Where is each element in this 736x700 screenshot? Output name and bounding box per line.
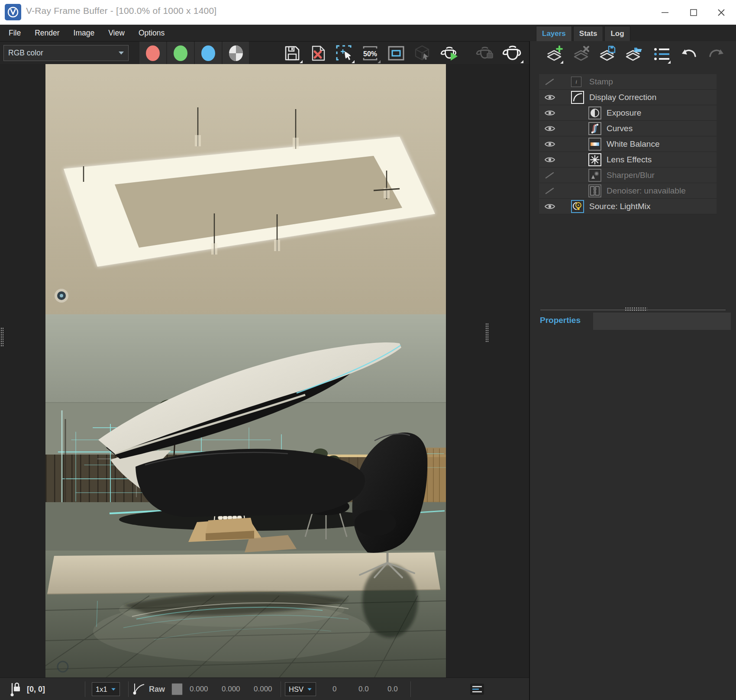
divider <box>281 681 281 697</box>
display-levels-icon[interactable] <box>470 678 484 700</box>
lens-effects-icon <box>588 153 601 166</box>
undo-button[interactable] <box>679 44 700 65</box>
layer-list-icon <box>653 46 670 62</box>
save-layers-button[interactable] <box>597 44 617 65</box>
red-circle-icon <box>145 45 161 62</box>
raw-color-swatch <box>171 678 183 700</box>
green-channel-button[interactable] <box>167 42 194 65</box>
redo-button[interactable] <box>706 44 726 65</box>
green-circle-icon <box>173 45 188 62</box>
blue-channel-button[interactable] <box>194 42 222 65</box>
statusbar: [0, 0] 1x1 Raw 0.000 0.000 0.000 HSV 0 0… <box>0 677 529 700</box>
render-scene <box>45 64 446 677</box>
delete-layer-button[interactable] <box>571 44 591 65</box>
add-layer-icon <box>545 45 563 63</box>
chevron-down-icon <box>119 52 124 55</box>
delete-layer-icon <box>572 45 590 63</box>
stop-teapot-icon <box>503 44 523 63</box>
layer-row-white-balance[interactable]: White Balance <box>539 136 717 152</box>
visibility-on-icon[interactable] <box>542 107 557 119</box>
pixel-ratio-dropdown[interactable]: 1x1 <box>92 678 120 700</box>
load-layers-icon <box>624 45 642 63</box>
render-image[interactable] <box>45 64 446 677</box>
properties-bar <box>593 313 731 330</box>
interactive-render-button[interactable] <box>474 42 497 64</box>
main-toolbar: RGB color <box>0 41 529 64</box>
clear-image-button[interactable] <box>307 42 330 64</box>
layer-row-display-correction[interactable]: Display Correction <box>539 90 717 105</box>
save-icon <box>284 45 300 61</box>
white-balance-icon <box>588 138 601 151</box>
color-mode-dropdown[interactable]: HSV <box>285 678 316 700</box>
redo-icon <box>707 47 725 61</box>
alpha-checker-icon <box>228 45 244 62</box>
divider <box>410 681 411 697</box>
layer-row-exposure[interactable]: Exposure <box>539 105 717 121</box>
panel-splitter-handle[interactable] <box>625 307 647 311</box>
minimize-button[interactable] <box>653 0 677 25</box>
right-splitter-handle[interactable] <box>485 323 488 343</box>
load-layers-button[interactable] <box>623 44 643 65</box>
vfb-window: V-Ray Frame Buffer - [100.0% of 1000 x 1… <box>0 0 736 700</box>
region-render-icon <box>336 45 353 62</box>
stop-render-button[interactable] <box>501 42 525 64</box>
region-render-button[interactable] <box>332 42 356 64</box>
red-channel-button[interactable] <box>139 42 166 65</box>
divider <box>85 681 85 697</box>
visibility-off-icon[interactable] <box>542 185 557 197</box>
show-region-icon <box>387 45 405 62</box>
render-teapot-icon <box>440 45 459 62</box>
render-last-button[interactable] <box>438 42 462 64</box>
menu-file[interactable]: File <box>9 26 27 40</box>
channel-dropdown-value: RGB color <box>8 48 119 58</box>
channel-dropdown[interactable]: RGB color <box>3 45 129 61</box>
menu-options[interactable]: Options <box>139 26 171 40</box>
layer-row-denoiser[interactable]: Denoiser: unavailable <box>539 183 717 199</box>
tab-stats[interactable]: Stats <box>573 26 604 41</box>
render-viewport <box>0 64 529 677</box>
visibility-off-icon[interactable] <box>542 170 557 181</box>
titlebar: V-Ray Frame Buffer - [100.0% of 1000 x 1… <box>0 0 736 25</box>
layer-row-lens-effects[interactable]: Lens Effects <box>539 152 717 168</box>
visibility-on-icon[interactable] <box>542 154 557 165</box>
stamp-icon: i <box>571 77 581 87</box>
menu-render[interactable]: Render <box>35 26 65 40</box>
blue-circle-icon <box>200 45 216 62</box>
layer-row-curves[interactable]: Curves <box>539 121 717 136</box>
mode-value-s: 0.0 <box>358 678 369 700</box>
visibility-on-icon[interactable] <box>542 139 557 150</box>
show-region-button[interactable] <box>384 42 408 64</box>
alpha-channel-button[interactable] <box>222 42 249 65</box>
menubar: File Render Image View Options <box>0 25 529 41</box>
select-object-button[interactable] <box>410 42 434 64</box>
pixel-probe-lock-icon[interactable] <box>9 678 22 700</box>
add-layer-button[interactable] <box>544 44 565 65</box>
left-splitter-handle[interactable] <box>0 327 3 347</box>
test-resolution-button[interactable]: 50% <box>358 42 382 64</box>
mode-value-v: 0.0 <box>387 678 398 700</box>
menu-image[interactable]: Image <box>74 26 101 40</box>
sharpen-blur-icon <box>588 169 601 182</box>
visibility-on-icon[interactable] <box>542 201 557 212</box>
tab-log[interactable]: Log <box>604 26 630 41</box>
layers-panel: i Stamp Display Correction <box>529 41 736 700</box>
visibility-on-icon[interactable] <box>542 123 557 134</box>
divider <box>128 681 129 697</box>
close-button[interactable] <box>709 0 733 25</box>
visibility-on-icon[interactable] <box>542 92 557 103</box>
layer-row-stamp[interactable]: i Stamp <box>539 74 717 90</box>
denoiser-icon <box>588 184 601 197</box>
vray-logo-icon <box>5 4 21 20</box>
layer-list-button[interactable] <box>651 44 672 65</box>
raw-value-g: 0.000 <box>222 678 240 700</box>
select-object-cube-icon <box>413 45 431 62</box>
visibility-off-icon[interactable] <box>542 76 557 87</box>
layer-row-sharpen-blur[interactable]: Sharpen/Blur <box>539 168 717 183</box>
raw-value-b: 0.000 <box>254 678 272 700</box>
tab-layers[interactable]: Layers <box>536 26 572 41</box>
maximize-button[interactable] <box>681 0 706 25</box>
menu-view[interactable]: View <box>108 26 131 40</box>
layer-row-source-lightmix[interactable]: Source: LightMix <box>539 199 717 214</box>
save-image-button[interactable] <box>281 42 304 64</box>
svg-text:50%: 50% <box>363 50 377 58</box>
